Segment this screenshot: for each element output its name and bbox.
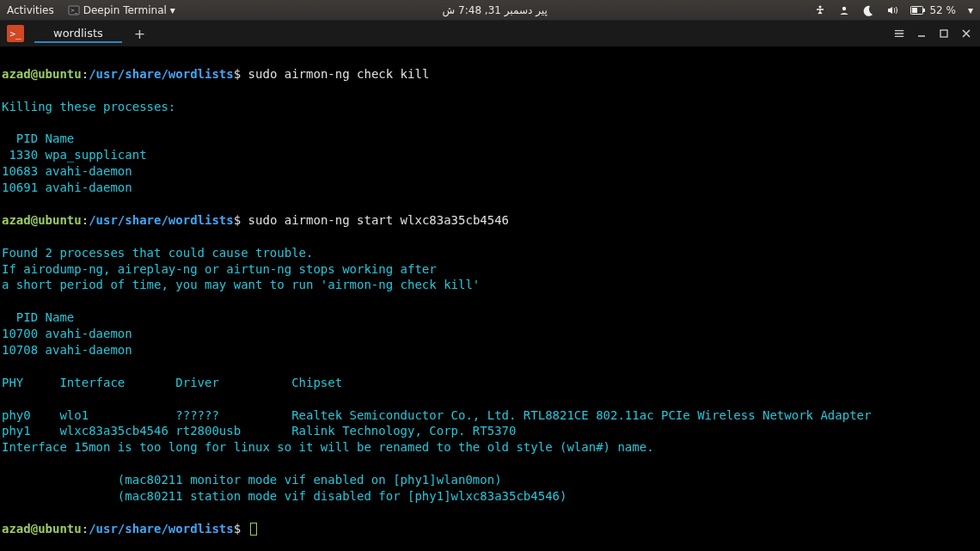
app-menu[interactable]: >_ Deepin Terminal ▾ [68, 4, 175, 16]
battery-icon[interactable]: 52 % [910, 4, 956, 16]
maximize-button[interactable] [939, 28, 949, 39]
minimize-button[interactable] [916, 28, 927, 39]
output-line: PHY Interface Driver Chipset [2, 376, 342, 389]
prompt-path: /usr/share/wordlists [89, 67, 234, 81]
prompt-user: azad@ubuntu [2, 67, 82, 81]
output-line: 10691 avahi-daemon [2, 181, 132, 194]
prompt-user: azad@ubuntu [2, 213, 82, 227]
prompt-user: azad@ubuntu [2, 522, 82, 536]
new-tab-button[interactable]: + [122, 26, 157, 42]
output-line: (mac80211 monitor mode vif enabled on [p… [2, 473, 502, 487]
chevron-down-icon: ▾ [170, 4, 175, 16]
command-text: sudo airmon-ng start wlxc83a35cb4546 [241, 213, 509, 227]
prompt-dollar: $ [234, 67, 241, 81]
output-line: 10683 avahi-daemon [2, 164, 132, 178]
prompt-sep: : [82, 67, 89, 81]
output-line: 10700 avahi-daemon [2, 327, 132, 340]
svg-rect-6 [912, 8, 917, 13]
terminal-app-icon: >_ [68, 4, 80, 16]
app-menu-label: Deepin Terminal [83, 4, 167, 16]
clock[interactable]: پیر دسمبر 31, 7:48 ش [443, 4, 548, 16]
svg-point-3 [842, 6, 846, 9]
terminal-cursor [250, 523, 257, 536]
output-line: phy0 wlo1 ?????? Realtek Semiconductor C… [2, 408, 871, 422]
output-line: 1330 wpa_supplicant [2, 148, 147, 162]
prompt-sep: : [82, 522, 89, 536]
svg-rect-5 [923, 9, 925, 12]
svg-point-2 [819, 5, 822, 8]
prompt-path: /usr/share/wordlists [89, 213, 234, 227]
output-line: Interface 15mon is too long for linux so… [2, 440, 654, 454]
menu-icon[interactable] [894, 28, 904, 39]
output-line: Found 2 processes that could cause troub… [2, 246, 313, 260]
output-line: 10708 avahi-daemon [2, 343, 132, 357]
close-button[interactable] [961, 28, 971, 39]
prompt-dollar: $ [234, 213, 241, 227]
output-line: (mac80211 station mode vif disabled for … [2, 489, 567, 503]
prompt-path: /usr/share/wordlists [89, 522, 234, 536]
volume-icon[interactable] [886, 4, 898, 16]
system-topbar: Activities >_ Deepin Terminal ▾ پیر دسمب… [0, 0, 980, 21]
terminal-icon: >_ [7, 25, 24, 42]
prompt-sep: : [82, 213, 89, 227]
output-line: If airodump-ng, aireplay-ng or airtun-ng… [2, 262, 437, 276]
chevron-down-icon[interactable]: ▾ [968, 4, 973, 16]
command-text: sudo airmon-ng check kill [241, 67, 429, 81]
tab-wordlists[interactable]: wordlists [34, 25, 122, 43]
battery-percent: 52 % [929, 4, 956, 16]
output-line: Killing these processes: [2, 100, 175, 113]
terminal-output[interactable]: azad@ubuntu:/usr/share/wordlists$ sudo a… [0, 46, 980, 541]
output-line: a short period of time, you may want to … [2, 278, 480, 291]
svg-rect-7 [940, 30, 947, 37]
activities-button[interactable]: Activities [7, 4, 54, 16]
accessibility-icon[interactable] [814, 4, 826, 16]
output-line: PID Name [2, 310, 74, 324]
terminal-tabbar: >_ wordlists + [0, 21, 980, 46]
night-icon[interactable] [862, 4, 874, 16]
prompt-dollar: $ [234, 522, 241, 536]
output-line: phy1 wlxc83a35cb4546 rt2800usb Ralink Te… [2, 424, 516, 438]
user-icon[interactable] [838, 4, 850, 16]
output-line: PID Name [2, 132, 74, 145]
svg-text:>_: >_ [70, 7, 78, 14]
